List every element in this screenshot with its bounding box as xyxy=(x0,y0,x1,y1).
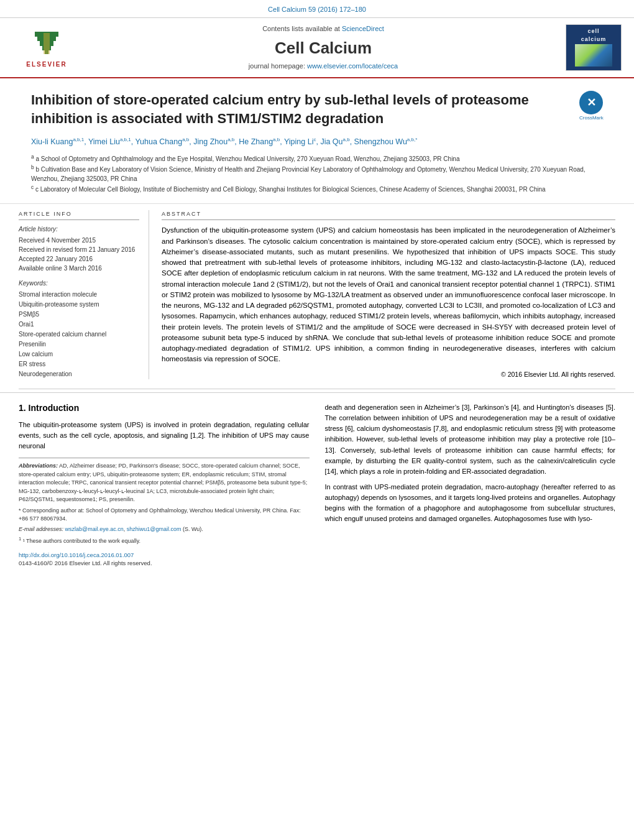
intro-right-column: death and degeneration seen in Alzheimer… xyxy=(325,402,616,567)
main-content: 1. Introduction The ubiquitin-proteasome… xyxy=(0,392,634,573)
contents-available-text: Contents lists available at ScienceDirec… xyxy=(81,24,566,34)
email-link-2[interactable]: shzhiwu1@gmail.com xyxy=(127,526,181,532)
main-two-column: 1. Introduction The ubiquitin-proteasome… xyxy=(19,402,615,567)
article-title: Inhibition of store-operated calcium ent… xyxy=(31,91,570,127)
svg-rect-5 xyxy=(44,33,50,54)
two-column-layout: ARTICLE INFO Article history: Received 4… xyxy=(19,210,615,380)
affiliation-c: c c Laboratory of Molecular Cell Biology… xyxy=(31,183,603,194)
section-divider xyxy=(19,389,615,389)
section-1-title: 1. Introduction xyxy=(19,402,310,415)
journal-citation-bar: Cell Calcium 59 (2016) 172–180 xyxy=(0,0,634,18)
page-wrapper: Cell Calcium 59 (2016) 172–180 ELSEVIER … xyxy=(0,0,634,840)
intro-paragraph-3: In contrast with UPS-mediated protein de… xyxy=(325,482,616,524)
cell-calcium-logo: cellcalcium xyxy=(566,24,622,71)
intro-left-column: 1. Introduction The ubiquitin-proteasome… xyxy=(19,402,310,567)
revised-date: Received in revised form 21 January 2016 xyxy=(19,245,139,254)
journal-citation-link[interactable]: Cell Calcium 59 (2016) 172–180 xyxy=(268,6,366,13)
sciencedirect-link[interactable]: ScienceDirect xyxy=(342,25,384,32)
email-link-1[interactable]: wszlab@mail.eye.ac.cn xyxy=(65,526,124,532)
accepted-date: Accepted 22 January 2016 xyxy=(19,254,139,264)
elsevier-brand-text: ELSEVIER xyxy=(26,60,67,69)
article-dates: Received 4 November 2015 Received in rev… xyxy=(19,236,139,273)
affiliations-block: a a School of Optometry and Ophthalmolog… xyxy=(31,153,603,195)
equal-contribution-footnote: 1 ¹ These authors contributed to the wor… xyxy=(19,535,310,546)
keywords-label: Keywords: xyxy=(19,279,139,288)
crossmark-badge[interactable]: ✕ CrossMark xyxy=(579,91,603,114)
journal-homepage-link[interactable]: www.elsevier.com/locate/ceca xyxy=(307,62,398,70)
abstract-body: Dysfunction of the ubiquitin-proteasome … xyxy=(162,225,615,364)
article-body: ARTICLE INFO Article history: Received 4… xyxy=(0,204,634,386)
abstract-title: ABSTRACT xyxy=(162,210,615,221)
affiliation-b: b b Cultivation Base and Key Laboratory … xyxy=(31,164,603,183)
logo-top-label: cellcalcium xyxy=(581,27,607,43)
journal-name-heading: Cell Calcium xyxy=(81,37,566,59)
keywords-list: Stromal interaction molecule Ubiquitin-p… xyxy=(19,290,139,379)
authors-list: Xiu-li Kuanga,b,1, Yimei Liua,b,1, Yuhua… xyxy=(31,136,603,148)
abbreviations-footnote: Abbreviations: AD, Alzheimer disease; PD… xyxy=(19,462,310,504)
footnote-section: Abbreviations: AD, Alzheimer disease; PD… xyxy=(19,458,310,546)
history-label: Article history: xyxy=(19,225,139,234)
received-date: Received 4 November 2015 xyxy=(19,236,139,245)
intro-paragraph-1: The ubiquitin-proteasome system (UPS) is… xyxy=(19,420,310,451)
keyword-7: Low calcium xyxy=(19,349,139,359)
corresponding-author-footnote: * Corresponding author at: School of Opt… xyxy=(19,507,310,524)
keyword-2: Ubiquitin-proteasome system xyxy=(19,300,139,310)
journal-center-header: Contents lists available at ScienceDirec… xyxy=(81,24,566,71)
keyword-6: Presenilin xyxy=(19,339,139,349)
journal-homepage-text: journal homepage: www.elsevier.com/locat… xyxy=(81,62,566,71)
elsevier-tree-icon xyxy=(31,32,62,55)
available-date: Available online 3 March 2016 xyxy=(19,264,139,273)
article-header: Inhibition of store-operated calcium ent… xyxy=(0,78,634,203)
doi-section: http://dx.doi.org/10.1016/j.ceca.2016.01… xyxy=(19,551,310,568)
journal-header: ELSEVIER Contents lists available at Sci… xyxy=(0,18,634,78)
issn-text: 0143-4160/© 2016 Elsevier Ltd. All right… xyxy=(19,559,310,567)
article-info-column: ARTICLE INFO Article history: Received 4… xyxy=(19,210,149,380)
intro-paragraph-2: death and degeneration seen in Alzheimer… xyxy=(325,402,616,476)
email-footnote: E-mail addresses: wszlab@mail.eye.ac.cn,… xyxy=(19,525,310,534)
keyword-9: Neurodegeneration xyxy=(19,369,139,379)
copyright-notice: © 2016 Elsevier Ltd. All rights reserved… xyxy=(162,370,615,379)
affiliation-a: a a School of Optometry and Ophthalmolog… xyxy=(31,153,603,164)
keyword-3: PSMβ5 xyxy=(19,310,139,320)
keyword-5: Store-operated calcium channel xyxy=(19,330,139,339)
logo-image-placeholder xyxy=(575,44,612,67)
keyword-4: Orai1 xyxy=(19,320,139,330)
elsevier-logo-image xyxy=(19,26,75,60)
crossmark-icon: ✕ xyxy=(579,91,603,114)
article-info-title: ARTICLE INFO xyxy=(19,210,139,221)
keyword-8: ER stress xyxy=(19,359,139,369)
doi-link[interactable]: http://dx.doi.org/10.1016/j.ceca.2016.01… xyxy=(19,551,310,559)
elsevier-logo: ELSEVIER xyxy=(12,26,81,69)
keyword-1: Stromal interaction molecule xyxy=(19,290,139,300)
abstract-column: ABSTRACT Dysfunction of the ubiquitin-pr… xyxy=(162,210,615,380)
